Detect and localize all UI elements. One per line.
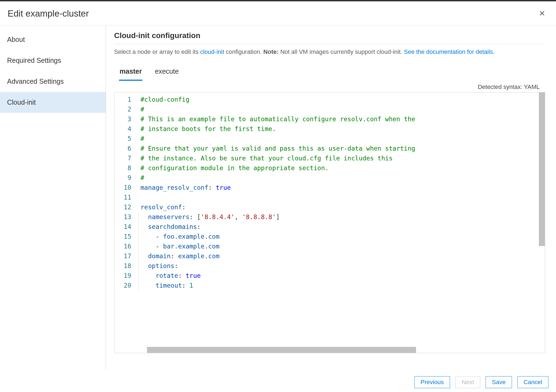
tabs: master execute [119, 66, 545, 81]
line-number: 8 [114, 163, 131, 173]
sidebar-item-label: Required Settings [7, 57, 61, 64]
sidebar-item-cloud-init[interactable]: Cloud-init [0, 92, 106, 113]
dialog-footer: Previous Next Save Cancel [414, 376, 548, 388]
sidebar-item-about[interactable]: About [0, 29, 106, 50]
code-line[interactable]: # [140, 173, 545, 183]
previous-button[interactable]: Previous [414, 376, 450, 388]
tab-execute[interactable]: execute [154, 66, 179, 81]
section-subtitle: Select a node or array to edit its cloud… [114, 48, 545, 55]
documentation-link[interactable]: See the documentation for details. [404, 48, 495, 55]
sidebar-item-label: Advanced Settings [7, 77, 64, 85]
sidebar: About Required Settings Advanced Setting… [0, 25, 106, 370]
code-line[interactable]: options: [140, 261, 545, 271]
line-number: 5 [114, 134, 131, 144]
line-number: 11 [114, 192, 131, 202]
code-line[interactable] [140, 192, 545, 202]
sidebar-item-advanced-settings[interactable]: Advanced Settings [0, 71, 106, 92]
editor-code-area[interactable]: #cloud-config## This is an example file … [136, 92, 545, 353]
save-button[interactable]: Save [486, 376, 512, 388]
code-line[interactable]: # the instance. Also be sure that your c… [140, 153, 545, 163]
line-number: 6 [114, 144, 131, 153]
subtitle-text: Select a node or array to edit its [114, 48, 200, 55]
code-line[interactable]: - foo.example.com [140, 232, 545, 241]
code-line[interactable]: # Ensure that your yaml is valid and pas… [140, 144, 545, 153]
section-title: Cloud-init configuration [114, 31, 545, 44]
subtitle-text: Not all VM images currently support clou… [279, 48, 404, 55]
detected-syntax-label: Detected syntax: YAML [114, 83, 545, 91]
line-number: 16 [114, 241, 131, 251]
main-panel: Cloud-init configuration Select a node o… [106, 25, 556, 370]
line-number: 19 [114, 271, 131, 281]
line-number: 15 [114, 232, 131, 241]
code-line[interactable]: searchdomains: [140, 222, 545, 232]
line-number: 17 [114, 251, 131, 261]
line-number: 12 [114, 202, 131, 212]
cancel-button[interactable]: Cancel [517, 376, 548, 388]
code-line[interactable]: # This is an example file to automatical… [140, 114, 545, 124]
dialog-body: About Required Settings Advanced Setting… [0, 25, 556, 370]
line-number: 13 [114, 212, 131, 222]
line-number: 10 [114, 183, 131, 192]
code-line[interactable]: #cloud-config [140, 95, 545, 104]
next-button: Next [455, 376, 480, 388]
dialog-header: Edit example-cluster ✕ [0, 1, 556, 25]
tab-label: master [120, 67, 142, 75]
code-line[interactable]: # [140, 104, 545, 114]
close-icon[interactable]: ✕ [536, 8, 548, 19]
line-number: 18 [114, 261, 131, 271]
dialog-title: Edit example-cluster [8, 8, 89, 19]
line-number: 14 [114, 222, 131, 232]
subtitle-text: configuration. [224, 48, 263, 55]
code-line[interactable]: rotate: true [140, 271, 545, 281]
code-line[interactable]: domain: example.com [140, 251, 545, 261]
code-line[interactable]: # instance boots for the first time. [140, 124, 545, 134]
cloud-init-link[interactable]: cloud-init [200, 48, 224, 55]
line-number: 2 [114, 104, 131, 114]
tab-master[interactable]: master [119, 66, 142, 81]
line-number: 20 [114, 281, 131, 290]
line-number: 4 [114, 124, 131, 134]
tab-label: execute [155, 67, 179, 75]
line-number: 7 [114, 153, 131, 163]
code-editor[interactable]: 1234567891011121314151617181920 #cloud-c… [114, 92, 545, 353]
vertical-scrollbar[interactable] [539, 92, 545, 246]
sidebar-item-required-settings[interactable]: Required Settings [0, 50, 106, 71]
editor-gutter: 1234567891011121314151617181920 [114, 92, 136, 353]
line-number: 3 [114, 114, 131, 124]
indent-guide [138, 212, 139, 291]
line-number: 1 [114, 95, 131, 104]
sidebar-item-label: Cloud-init [7, 98, 36, 106]
code-line[interactable]: # [140, 134, 545, 144]
sidebar-item-label: About [7, 36, 25, 43]
code-line[interactable]: manage_resolv_conf: true [140, 183, 545, 192]
code-line[interactable]: - bar.example.com [140, 241, 545, 251]
note-label: Note: [263, 48, 279, 55]
code-line[interactable]: # configuration module in the appropriat… [140, 163, 545, 173]
code-line[interactable]: timeout: 1 [140, 281, 545, 290]
code-line[interactable]: nameservers: ['8.8.4.4', '8.8.8.8'] [140, 212, 545, 222]
line-number: 9 [114, 173, 131, 183]
code-line[interactable]: resolv_conf: [140, 202, 545, 212]
horizontal-scrollbar[interactable] [147, 347, 416, 353]
